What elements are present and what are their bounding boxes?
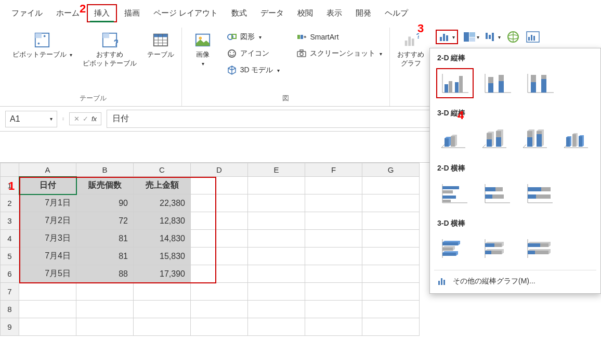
col-header-A[interactable]: A: [19, 163, 76, 177]
menu-view[interactable]: 表示: [320, 5, 348, 21]
cell-B9[interactable]: [76, 318, 134, 336]
recommended-charts-button[interactable]: ? おすすめ グラフ: [395, 30, 426, 70]
cell-B4[interactable]: 81: [76, 230, 134, 248]
hierarchy-chart-button[interactable]: ▾: [463, 32, 479, 42]
recommended-pivot-button[interactable]: ? おすすめ ピボットテーブル: [81, 30, 139, 70]
cell-D6[interactable]: [191, 265, 248, 283]
menu-data[interactable]: データ: [254, 5, 290, 21]
cell-E3[interactable]: [248, 212, 305, 230]
cell-F9[interactable]: [305, 318, 362, 336]
fx-icon[interactable]: fx: [92, 115, 97, 123]
cell-B2[interactable]: 90: [76, 194, 134, 212]
waterfall-chart-button[interactable]: ▾: [485, 32, 501, 42]
cell-E9[interactable]: [248, 318, 305, 336]
cell-E1[interactable]: [248, 177, 305, 194]
column-3d[interactable]: [559, 123, 595, 153]
col-header-D[interactable]: D: [191, 163, 248, 177]
3d-models-button[interactable]: 3D モデル ▾: [225, 64, 282, 76]
cell-D1[interactable]: [191, 177, 248, 194]
more-column-charts[interactable]: その他の縦棒グラフ(M)...: [430, 271, 600, 291]
cell-G5[interactable]: [362, 248, 420, 265]
pivot-chart-button[interactable]: [526, 31, 540, 43]
namebox-expand-icon[interactable]: ⦂: [62, 115, 64, 123]
cell-B1[interactable]: 販売個数: [76, 177, 134, 194]
cell-C7[interactable]: [134, 283, 191, 301]
cell-C1[interactable]: 売上金額: [134, 177, 191, 194]
cell-A5[interactable]: 7月4日: [19, 248, 76, 265]
row-header-2[interactable]: 2: [1, 194, 19, 212]
cell-F7[interactable]: [305, 283, 362, 301]
stacked-100-bar-3d[interactable]: [521, 233, 559, 264]
menu-review[interactable]: 校閲: [291, 5, 319, 21]
row-header-8[interactable]: 8: [1, 301, 19, 318]
cell-D8[interactable]: [191, 301, 248, 318]
cell-B6[interactable]: 88: [76, 265, 134, 283]
cell-B3[interactable]: 72: [76, 212, 134, 230]
row-header-3[interactable]: 3: [1, 212, 19, 230]
cell-E8[interactable]: [248, 301, 305, 318]
cell-C6[interactable]: 17,390: [134, 265, 191, 283]
cell-E4[interactable]: [248, 230, 305, 248]
cell-D2[interactable]: [191, 194, 248, 212]
cell-G7[interactable]: [362, 283, 420, 301]
cell-G8[interactable]: [362, 301, 420, 318]
stacked-column-3d[interactable]: [477, 123, 513, 153]
cell-E7[interactable]: [248, 283, 305, 301]
clustered-bar-3d[interactable]: [436, 233, 474, 264]
col-header-F[interactable]: F: [305, 163, 362, 177]
cell-G2[interactable]: [362, 194, 420, 212]
row-header-6[interactable]: 6: [1, 265, 19, 283]
icons-button[interactable]: アイコン: [225, 47, 282, 60]
cell-G6[interactable]: [362, 265, 420, 283]
cell-D9[interactable]: [191, 318, 248, 336]
cancel-icon[interactable]: ✕: [74, 115, 80, 123]
name-box[interactable]: A1 ▾: [5, 111, 57, 127]
cell-F1[interactable]: [305, 177, 362, 194]
col-header-G[interactable]: G: [362, 163, 420, 177]
cell-F6[interactable]: [305, 265, 362, 283]
maps-button[interactable]: [506, 31, 520, 43]
menu-insert[interactable]: 挿入: [87, 4, 117, 22]
row-header-9[interactable]: 9: [1, 318, 19, 336]
cell-G4[interactable]: [362, 230, 420, 248]
menu-formulas[interactable]: 数式: [225, 5, 253, 21]
cell-A7[interactable]: [19, 283, 76, 301]
menu-help[interactable]: ヘルプ: [378, 5, 414, 21]
column-chart-button[interactable]: ▾: [436, 30, 458, 44]
clustered-column-3d[interactable]: [436, 123, 472, 153]
cell-C3[interactable]: 12,830: [134, 212, 191, 230]
cell-F3[interactable]: [305, 212, 362, 230]
screenshot-button[interactable]: スクリーンショット ▾: [294, 47, 384, 60]
enter-icon[interactable]: ✓: [83, 115, 88, 123]
cell-A8[interactable]: [19, 301, 76, 318]
table-button[interactable]: テーブル: [145, 30, 176, 61]
cell-D4[interactable]: [191, 230, 248, 248]
cell-G3[interactable]: [362, 212, 420, 230]
cell-D3[interactable]: [191, 212, 248, 230]
cell-B5[interactable]: 81: [76, 248, 134, 265]
cell-C5[interactable]: 15,830: [134, 248, 191, 265]
cell-G9[interactable]: [362, 318, 420, 336]
pictures-button[interactable]: 画像▾: [187, 30, 218, 70]
row-header-4[interactable]: 4: [1, 230, 19, 248]
cell-A2[interactable]: 7月1日: [19, 194, 76, 212]
cell-D5[interactable]: [191, 248, 248, 265]
cell-E2[interactable]: [248, 194, 305, 212]
sheet-grid[interactable]: ABCDEFG1日付販売個数売上金額27月1日9022,38037月2日7212…: [0, 163, 420, 336]
cell-F8[interactable]: [305, 301, 362, 318]
col-header-B[interactable]: B: [76, 163, 134, 177]
cell-A1[interactable]: 日付: [19, 177, 76, 194]
menu-file[interactable]: ファイル: [5, 5, 49, 21]
cell-C2[interactable]: 22,380: [134, 194, 191, 212]
cell-A3[interactable]: 7月2日: [19, 212, 76, 230]
col-header-E[interactable]: E: [248, 163, 305, 177]
cell-C8[interactable]: [134, 301, 191, 318]
cell-F4[interactable]: [305, 230, 362, 248]
stacked-100-bar-2d[interactable]: [521, 178, 559, 209]
stacked-100-column-3d[interactable]: [518, 123, 554, 153]
row-header-5[interactable]: 5: [1, 248, 19, 265]
menu-page-layout[interactable]: ページ レイアウト: [147, 5, 224, 21]
pivot-table-button[interactable]: ピボットテーブル ▾: [10, 30, 74, 61]
stacked-bar-3d[interactable]: [479, 233, 516, 264]
shapes-button[interactable]: 図形 ▾: [225, 31, 282, 43]
